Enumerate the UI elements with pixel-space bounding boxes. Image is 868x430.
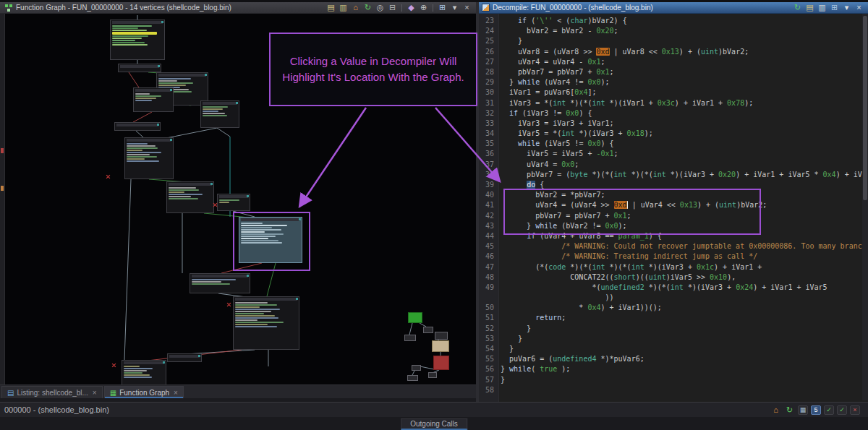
code-text[interactable]: } while( true ); (501, 364, 862, 374)
snapshot-icon[interactable]: ◎ (375, 3, 386, 12)
window-icon[interactable]: ⊞ (829, 3, 840, 12)
code-line[interactable]: 39 do { (479, 180, 862, 190)
code-line[interactable]: 30 iVar1 = puVar6[0x4]; (479, 87, 862, 98)
code-line[interactable]: 32 if (iVar3 != 0x0) { (479, 108, 862, 119)
code-line[interactable]: 57} (479, 375, 862, 385)
code-text[interactable]: do { (501, 180, 862, 190)
code-line[interactable]: 41 uVar4 = (uVar4 >> 0xd | uVar4 << 0x13… (479, 200, 862, 210)
code-line[interactable]: 38 pbVar7 = (byte *)(*(int *)(*(int *)(i… (479, 170, 862, 180)
code-text[interactable]: uVar4 = uVar4 - 0x1; (501, 57, 862, 67)
code-line[interactable]: 25 } (479, 36, 862, 46)
zoom-icon[interactable]: ⊕ (418, 3, 429, 12)
code-line[interactable]: 54 } (479, 344, 862, 354)
code-text[interactable]: bVar2 = *pbVar7; (501, 190, 862, 200)
tab-outgoing-calls[interactable]: Outgoing Calls (401, 418, 467, 430)
code-line[interactable]: 37 uVar4 = 0x0; (479, 160, 862, 170)
code-line[interactable]: 48 CONCAT22((short)((uint)iVar5 >> 0x10)… (479, 272, 862, 283)
code-text[interactable]: puVar6 = (undefined4 *)*puVar6; (501, 354, 862, 364)
graph-mini-node-exit[interactable] (433, 356, 449, 370)
graph-mini-node-call[interactable] (432, 340, 449, 352)
code-line[interactable]: 45 /* WARNING: Could not recover jumptab… (479, 241, 862, 251)
code-line[interactable]: 50 * 0x4) + iVar1))(); (479, 303, 862, 313)
graph-mini-node[interactable] (412, 365, 421, 371)
monitor-icon[interactable]: ▦ (798, 405, 808, 415)
code-line[interactable]: 27 uVar4 = uVar4 - 0x1; (479, 57, 862, 67)
graph-node[interactable] (190, 273, 250, 293)
tab-close-icon[interactable]: × (174, 389, 178, 397)
code-text[interactable]: if (iVar3 != 0x0) { (501, 108, 862, 119)
code-text[interactable]: iVar1 = puVar6[0x4]; (501, 87, 862, 98)
code-line[interactable]: 23 if ('\'' < (char)bVar2) { (479, 16, 862, 26)
code-line[interactable]: 28 pbVar7 = pbVar7 + 0x1; (479, 67, 862, 77)
code-text[interactable]: pbVar7 = pbVar7 + 0x1; (501, 67, 862, 77)
graph-node[interactable] (122, 360, 166, 385)
chevron-down-icon[interactable]: ▾ (841, 3, 852, 12)
code-text[interactable]: } (501, 36, 862, 46)
code-line[interactable]: 52 } (479, 324, 862, 334)
code-line[interactable]: 43 } while (bVar2 != 0x0); (479, 221, 862, 231)
chevron-down-icon[interactable]: ▾ (449, 3, 460, 12)
home-icon[interactable]: ⌂ (350, 3, 361, 12)
decompile-titlebar[interactable]: Decompile: FUN_00000000 - (shellcode_blo… (479, 2, 868, 14)
tab-close-icon[interactable]: × (93, 389, 97, 397)
graph-mini-node[interactable] (404, 335, 416, 341)
export-icon[interactable]: ▥ (817, 3, 827, 12)
code-text[interactable]: uVar4 = (uVar4 >> 0xd | uVar4 << 0x13) +… (501, 200, 862, 210)
code-text[interactable]: return; (501, 313, 862, 323)
graph-node[interactable] (166, 181, 214, 213)
graph-node[interactable] (110, 20, 165, 60)
keyboard-icon[interactable]: ⊟ (387, 3, 398, 12)
close-icon[interactable]: × (854, 3, 864, 12)
code-text[interactable]: if (uVar4 + uVar8 == param_1) { (501, 231, 862, 241)
check-icon[interactable]: ✓ (824, 405, 834, 415)
code-text[interactable]: uVar4 = 0x0; (501, 160, 862, 170)
graph-node[interactable] (167, 353, 202, 362)
code-text[interactable]: while (iVar5 != 0x0) { (501, 139, 862, 149)
graph-mini-node[interactable] (435, 332, 448, 340)
code-text[interactable]: iVar5 = *(int *)(iVar3 + 0x18); (501, 129, 862, 139)
graph-node[interactable] (217, 194, 250, 211)
code-line[interactable]: 42 pbVar7 = pbVar7 + 0x1; (479, 211, 862, 221)
code-line[interactable]: 29 } while (uVar4 != 0x0); (479, 77, 862, 87)
tab-listing[interactable]: ▤Listing: shellcode_bl...× (1, 386, 103, 398)
graph-node[interactable] (233, 296, 299, 350)
code-line[interactable]: 49 *(undefined2 *)(*(int *)(iVar3 + 0x24… (479, 283, 862, 293)
function-graph-titlebar[interactable]: Function Graph - FUN_00000000 - 14 verti… (0, 2, 476, 14)
graph-node[interactable] (124, 137, 174, 179)
code-line[interactable]: 36 iVar5 = iVar5 + -0x1; (479, 149, 862, 159)
refresh-icon[interactable]: ↻ (784, 405, 795, 415)
code-line[interactable]: 58 (479, 385, 862, 395)
code-text[interactable]: iVar5 = iVar5 + -0x1; (501, 149, 862, 159)
relayout-icon[interactable]: ↻ (362, 3, 373, 12)
graph-node[interactable] (200, 100, 239, 128)
code-text[interactable]: * 0x4) + iVar1))(); (501, 303, 862, 313)
graph-mini-node[interactable] (423, 327, 433, 333)
code-line[interactable]: 44 if (uVar4 + uVar8 == param_1) { (479, 231, 862, 241)
magic-wand-icon[interactable]: ◆ (406, 3, 417, 12)
code-line[interactable]: 31 iVar3 = *(int *)(*(int *)(iVar1 + 0x3… (479, 98, 862, 108)
decompiler-scrollbar[interactable] (862, 14, 868, 400)
code-text[interactable]: (*(code *)(*(int *)(*(int *)(iVar3 + 0x1… (501, 262, 862, 272)
error-icon[interactable]: × (850, 405, 860, 415)
code-text[interactable]: *(undefined2 *)(*(int *)(iVar3 + 0x24) +… (501, 283, 862, 293)
copy-icon[interactable]: ▤ (326, 3, 336, 12)
code-line[interactable]: 33 iVar3 = iVar3 + iVar1; (479, 119, 862, 129)
decompiler-code[interactable]: 23 if ('\'' < (char)bVar2) {24 bVar2 = b… (479, 14, 862, 402)
graph-node-selected[interactable] (239, 217, 302, 263)
code-text[interactable]: iVar3 = *(int *)(*(int *)(iVar1 + 0x3c) … (501, 98, 862, 108)
background-window-titlebar[interactable]: 000000 - (shellcode_blog.bin) ⌂↻▦5✓✓× (0, 402, 868, 417)
tab-function-graph[interactable]: ▦Function Graph× (104, 386, 184, 398)
code-line[interactable]: 26 uVar8 = (uVar8 >> 0xd | uVar8 << 0x13… (479, 47, 862, 57)
code-text[interactable]: pbVar7 = (byte *)(*(int *)(*(int *)(iVar… (501, 170, 862, 180)
check-icon-2[interactable]: ✓ (837, 405, 847, 415)
code-text[interactable]: bVar2 = bVar2 - 0x20; (501, 26, 862, 36)
tab-count-badge[interactable]: 5 (811, 405, 821, 415)
code-line[interactable]: 56} while( true ); (479, 364, 862, 374)
code-text[interactable]: uVar8 = (uVar8 >> 0xd | uVar8 << 0x13) +… (501, 47, 862, 57)
graph-node[interactable] (133, 87, 174, 112)
graph-node[interactable] (118, 64, 161, 72)
code-text[interactable]: iVar3 = iVar3 + iVar1; (501, 119, 862, 129)
code-text[interactable]: /* WARNING: Could not recover jumptable … (501, 241, 862, 251)
code-line[interactable]: 53 } (479, 334, 862, 344)
refresh-icon[interactable]: ↻ (792, 3, 803, 12)
